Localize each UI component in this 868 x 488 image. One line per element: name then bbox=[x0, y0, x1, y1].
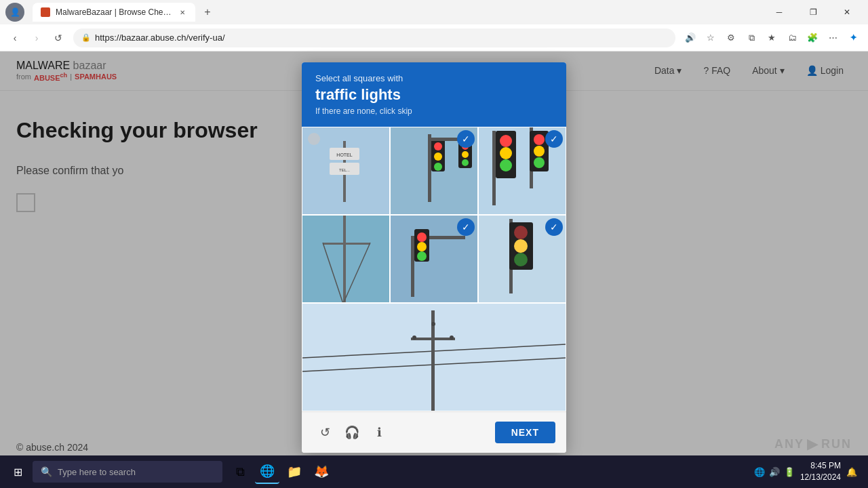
captcha-subtitle: Select all squares with bbox=[315, 73, 553, 83]
svg-rect-50 bbox=[411, 338, 455, 340]
captcha-refresh-button[interactable]: ↺ bbox=[313, 420, 337, 445]
active-tab[interactable]: MalwareBazaar | Browse Checkin... ✕ bbox=[33, 3, 195, 22]
tray-date-text: 12/13/2024 bbox=[800, 472, 841, 483]
restore-button[interactable]: ❐ bbox=[797, 0, 829, 24]
svg-point-19 bbox=[500, 135, 512, 147]
svg-rect-28 bbox=[302, 216, 390, 303]
address-text: https://bazaar.abuse.ch/verify-ua/ bbox=[95, 33, 225, 43]
svg-point-39 bbox=[417, 251, 427, 261]
notifications-button[interactable]: 🔔 bbox=[846, 467, 857, 477]
check-mark-3: ✓ bbox=[545, 130, 563, 148]
tray-network-icon[interactable]: 🌐 bbox=[754, 467, 765, 477]
svg-point-10 bbox=[434, 152, 442, 161]
check-mark-2: ✓ bbox=[457, 130, 475, 148]
svg-point-51 bbox=[412, 336, 416, 340]
svg-text:HOTEL: HOTEL bbox=[336, 152, 352, 157]
svg-point-25 bbox=[534, 134, 545, 145]
tab-close-button[interactable]: ✕ bbox=[178, 7, 187, 18]
captcha-image-4[interactable] bbox=[302, 215, 390, 303]
info-icon: ℹ bbox=[377, 425, 382, 440]
svg-point-38 bbox=[417, 242, 427, 251]
tray-battery-icon: 🔋 bbox=[784, 467, 795, 477]
favorites-list-button[interactable]: ★ bbox=[762, 28, 781, 47]
extensions-button[interactable]: 🧩 bbox=[803, 28, 822, 47]
captcha-header: Select all squares with traffic lights I… bbox=[302, 62, 566, 127]
window-controls: ─ ❐ ✕ bbox=[764, 0, 863, 24]
captcha-title: traffic lights bbox=[315, 86, 553, 104]
settings-menu-button[interactable]: ⋯ bbox=[823, 28, 842, 47]
taskbar-search-icon: 🔍 bbox=[41, 466, 52, 477]
svg-point-52 bbox=[450, 336, 454, 340]
new-tab-button[interactable]: + bbox=[198, 3, 217, 22]
tray-volume-icon[interactable]: 🔊 bbox=[769, 467, 780, 477]
read-aloud-button[interactable]: 🔊 bbox=[681, 28, 700, 47]
svg-point-53 bbox=[431, 322, 435, 326]
start-button[interactable]: ⊞ bbox=[5, 460, 30, 484]
close-button[interactable]: ✕ bbox=[831, 0, 863, 24]
nav-bar: ‹ › ↺ 🔒 https://bazaar.abuse.ch/verify-u… bbox=[0, 24, 868, 52]
edge-app-button[interactable]: 🌐 bbox=[255, 460, 279, 484]
file-explorer-button[interactable]: 📁 bbox=[282, 460, 307, 484]
tray-icons: 🌐 🔊 🔋 bbox=[754, 467, 795, 477]
minimize-button[interactable]: ─ bbox=[764, 0, 795, 24]
svg-point-16 bbox=[462, 159, 469, 166]
browser-window: 👤 MalwareBazaar | Browse Checkin... ✕ + … bbox=[0, 0, 868, 52]
title-bar: 👤 MalwareBazaar | Browse Checkin... ✕ + … bbox=[0, 0, 868, 24]
reload-button[interactable]: ↺ bbox=[49, 28, 68, 47]
svg-point-11 bbox=[434, 163, 442, 171]
taskbar-tray: 🌐 🔊 🔋 8:45 PM 12/13/2024 🔔 bbox=[754, 460, 863, 483]
page-content: MALWARE bazaar from ABUSEch | SPAMHAUS D… bbox=[0, 52, 868, 464]
captcha-footer: ↺ 🎧 ℹ NEXT bbox=[302, 411, 566, 453]
captcha-image-6[interactable]: ✓ bbox=[478, 215, 566, 303]
captcha-note: If there are none, click skip bbox=[315, 106, 553, 116]
svg-point-45 bbox=[514, 253, 528, 266]
captcha-modal: Select all squares with traffic lights I… bbox=[302, 62, 566, 453]
svg-rect-29 bbox=[343, 216, 346, 303]
svg-point-15 bbox=[462, 151, 469, 158]
taskbar-apps: ⧉ 🌐 📁 🦊 bbox=[228, 460, 334, 484]
taskbar-search-text: Type here to search bbox=[58, 467, 136, 477]
back-button[interactable]: ‹ bbox=[5, 28, 24, 47]
taskbar-search[interactable]: 🔍 Type here to search bbox=[33, 461, 222, 483]
tab-title: MalwareBazaar | Browse Checkin... bbox=[56, 7, 172, 17]
captcha-image-1[interactable]: HOTEL TEL... bbox=[302, 127, 390, 215]
nav-actions: 🔊 ☆ ⚙ ⧉ ★ 🗂 🧩 ⋯ ✦ bbox=[681, 28, 863, 47]
captcha-image-grid: HOTEL TEL... bbox=[302, 127, 566, 411]
copilot-button[interactable]: ✦ bbox=[844, 28, 863, 47]
svg-rect-22 bbox=[492, 131, 496, 205]
split-screen-button[interactable]: ⧉ bbox=[742, 28, 761, 47]
captcha-info-button[interactable]: ℹ bbox=[367, 420, 391, 445]
profile-icon[interactable]: 👤 bbox=[5, 3, 24, 22]
svg-point-37 bbox=[417, 232, 427, 242]
captcha-image-5[interactable]: ✓ bbox=[390, 215, 478, 303]
captcha-next-button[interactable]: NEXT bbox=[495, 422, 555, 443]
captcha-image-bottom[interactable] bbox=[302, 303, 566, 411]
check-mark-6: ✓ bbox=[545, 218, 563, 236]
svg-text:TEL...: TEL... bbox=[339, 168, 350, 172]
firefox-button[interactable]: 🦊 bbox=[309, 460, 334, 484]
task-view-button[interactable]: ⧉ bbox=[228, 460, 252, 484]
tab-favicon bbox=[41, 7, 50, 17]
refresh-icon: ↺ bbox=[320, 425, 330, 440]
svg-point-43 bbox=[514, 226, 528, 239]
svg-rect-30 bbox=[323, 243, 370, 245]
security-lock-icon: 🔒 bbox=[81, 33, 91, 42]
forward-button[interactable]: › bbox=[27, 28, 46, 47]
tray-time-text: 8:45 PM bbox=[810, 460, 841, 472]
captcha-image-3[interactable]: ✓ bbox=[478, 127, 566, 215]
svg-point-27 bbox=[534, 157, 545, 168]
svg-point-9 bbox=[434, 142, 442, 150]
captcha-image-2[interactable]: ✓ bbox=[390, 127, 478, 215]
tray-clock[interactable]: 8:45 PM 12/13/2024 bbox=[800, 460, 841, 483]
browser-extras-button[interactable]: ⚙ bbox=[722, 28, 741, 47]
svg-point-26 bbox=[534, 146, 545, 157]
captcha-audio-button[interactable]: 🎧 bbox=[340, 420, 364, 445]
address-bar[interactable]: 🔒 https://bazaar.abuse.ch/verify-ua/ bbox=[73, 28, 675, 47]
collections-button[interactable]: 🗂 bbox=[783, 28, 802, 47]
svg-point-44 bbox=[514, 239, 528, 253]
favorites-button[interactable]: ☆ bbox=[701, 28, 720, 47]
taskbar: ⊞ 🔍 Type here to search ⧉ 🌐 📁 🦊 🌐 🔊 🔋 8:… bbox=[0, 455, 868, 488]
check-mark-5: ✓ bbox=[457, 218, 475, 236]
svg-point-21 bbox=[500, 159, 512, 171]
audio-icon: 🎧 bbox=[344, 425, 359, 440]
